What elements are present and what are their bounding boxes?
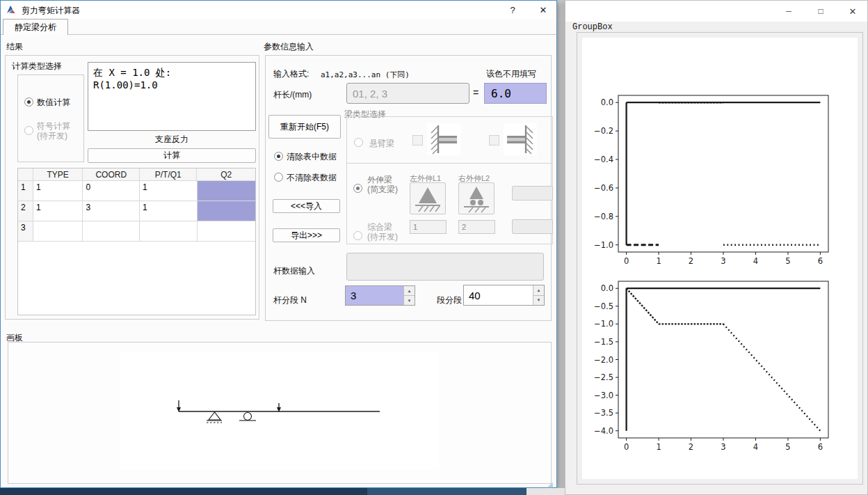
cell-type[interactable]: 1 bbox=[33, 181, 83, 201]
svg-text:6: 6 bbox=[818, 442, 823, 452]
groupbox-label: GroupBox bbox=[572, 22, 613, 32]
cell-ptq1[interactable]: 1 bbox=[140, 181, 198, 201]
cell-coord[interactable]: 0 bbox=[83, 181, 140, 201]
taskbar-edge[interactable] bbox=[367, 488, 527, 495]
svg-text:−1.5: −1.5 bbox=[594, 337, 613, 347]
roller-support-icon bbox=[459, 204, 494, 216]
support-reaction-label: 支座反力 bbox=[88, 134, 256, 146]
plot-close-button[interactable]: ✕ bbox=[837, 1, 868, 22]
svg-text:−2.0: −2.0 bbox=[594, 355, 613, 365]
col-header-ptq1[interactable]: P/T/Q1 bbox=[140, 168, 198, 181]
rod-length-input[interactable] bbox=[346, 83, 469, 104]
reaction-output[interactable]: 在 X = 1.0 处: R(1.00)=1.0 bbox=[88, 62, 256, 131]
l2-input[interactable] bbox=[458, 220, 495, 234]
row-number: 3 bbox=[18, 221, 33, 242]
results-group-label: 结果 bbox=[6, 41, 23, 53]
svg-text:−0.2: −0.2 bbox=[594, 126, 613, 136]
spin-up-icon[interactable]: ▲ bbox=[404, 286, 415, 296]
spin-up-icon[interactable]: ▲ bbox=[533, 285, 544, 296]
desktop: 剪力弯矩计算器 ? ✕ 静定梁分析 结果 计算类型选择 数值计算 符号计算 (待… bbox=[0, 0, 868, 495]
overhang-label-2: (简支梁) bbox=[367, 184, 398, 196]
numeric-calc-radio[interactable] bbox=[24, 97, 33, 107]
composite-label-2: (待开发) bbox=[367, 231, 398, 243]
cell-type[interactable]: 1 bbox=[33, 201, 83, 221]
spin-down-icon[interactable]: ▼ bbox=[533, 296, 544, 306]
n-spinbox[interactable]: 3 ▲ ▼ bbox=[345, 285, 415, 306]
fixed-left-checkbox[interactable] bbox=[412, 135, 423, 146]
taskbar-edge[interactable] bbox=[0, 488, 367, 495]
tab-static-beam-analysis[interactable]: 静定梁分析 bbox=[3, 19, 68, 35]
export-button[interactable]: 导出>>> bbox=[273, 228, 340, 242]
overhang-radio[interactable] bbox=[353, 184, 362, 193]
import-button[interactable]: <<<导入 bbox=[273, 199, 340, 213]
load-arrow-icon bbox=[177, 400, 181, 412]
svg-text:−3.0: −3.0 bbox=[594, 391, 613, 400]
cell-coord[interactable]: 3 bbox=[83, 201, 140, 221]
plot-titlebar[interactable]: ─ □ ✕ bbox=[565, 1, 867, 22]
row-number: 1 bbox=[18, 181, 33, 201]
svg-text:−3.5: −3.5 bbox=[594, 408, 613, 418]
col-header-coord[interactable]: COORD bbox=[83, 168, 140, 181]
table-header-row: TYPE COORD P/T/Q1 Q2 bbox=[18, 168, 255, 181]
rod-data-label: 杆数据输入 bbox=[273, 265, 315, 277]
maximize-button[interactable]: □ bbox=[805, 1, 837, 22]
svg-text:3: 3 bbox=[721, 442, 725, 452]
calculator-window: 剪力弯矩计算器 ? ✕ 静定梁分析 结果 计算类型选择 数值计算 符号计算 (待… bbox=[0, 0, 557, 488]
svg-text:6: 6 bbox=[818, 256, 823, 266]
composite-radio[interactable] bbox=[353, 231, 362, 240]
calculate-button[interactable]: 计算 bbox=[88, 148, 256, 163]
col-header-type[interactable]: TYPE bbox=[33, 168, 83, 181]
svg-text:−0.6: −0.6 bbox=[594, 183, 613, 193]
calculator-titlebar[interactable]: 剪力弯矩计算器 ? ✕ bbox=[1, 1, 556, 19]
calc-type-group bbox=[17, 74, 84, 162]
cantilever-radio[interactable] bbox=[354, 138, 363, 147]
svg-text:0: 0 bbox=[624, 442, 629, 452]
plot-window: ─ □ ✕ GroupBox 01234560.0−0.2−0.4−0.6−0.… bbox=[565, 0, 868, 495]
pinned-support-icon bbox=[207, 412, 222, 423]
pinned-support-icon bbox=[410, 204, 445, 216]
fixed-right-checkbox[interactable] bbox=[489, 135, 499, 146]
rod-data-input[interactable] bbox=[346, 253, 544, 281]
cell-q2[interactable] bbox=[198, 221, 255, 242]
restart-button[interactable]: 重新开始(F5) bbox=[268, 115, 341, 139]
cell-ptq1[interactable] bbox=[140, 221, 198, 242]
table-row: 3 bbox=[18, 221, 255, 242]
cell-type[interactable] bbox=[33, 221, 83, 242]
clipped-field-top[interactable] bbox=[512, 186, 553, 201]
svg-text:−0.5: −0.5 bbox=[594, 301, 613, 311]
pinned-support-button[interactable] bbox=[410, 182, 446, 214]
roller-support-button[interactable] bbox=[458, 182, 495, 214]
cell-q2[interactable] bbox=[198, 201, 255, 221]
svg-text:1: 1 bbox=[656, 442, 661, 452]
cell-ptq1[interactable]: 1 bbox=[140, 201, 198, 221]
col-header-q2[interactable]: Q2 bbox=[197, 168, 255, 181]
app-icon bbox=[6, 4, 17, 15]
symbolic-calc-radio[interactable] bbox=[24, 126, 33, 135]
svg-text:4: 4 bbox=[753, 442, 758, 452]
spin-down-icon[interactable]: ▼ bbox=[404, 296, 415, 305]
shear-chart: 01234560.0−0.2−0.4−0.6−0.8−1.0 bbox=[586, 87, 862, 272]
clear-table-label: 清除表中数据 bbox=[287, 151, 337, 163]
svg-text:−1.0: −1.0 bbox=[594, 240, 613, 250]
load-arrow-icon bbox=[277, 403, 281, 412]
clear-table-radio[interactable] bbox=[274, 152, 283, 161]
cantilever-label: 悬臂梁 bbox=[369, 138, 394, 150]
no-fill-hint: 该色不用填写 bbox=[486, 68, 536, 80]
cell-q2[interactable] bbox=[198, 181, 255, 201]
svg-text:−0.8: −0.8 bbox=[594, 212, 613, 221]
clipped-field-bottom[interactable] bbox=[512, 219, 553, 234]
fixed-right-beam-icon bbox=[504, 123, 537, 158]
help-button[interactable]: ? bbox=[496, 1, 529, 19]
keep-table-radio[interactable] bbox=[274, 173, 283, 182]
total-length-field[interactable]: 6.0 bbox=[484, 83, 547, 104]
k-value: 40 bbox=[464, 285, 533, 305]
minimize-button[interactable]: ─ bbox=[773, 1, 805, 22]
l1-input[interactable] bbox=[410, 220, 447, 234]
svg-text:5: 5 bbox=[785, 442, 790, 452]
svg-text:−4.0: −4.0 bbox=[594, 426, 613, 436]
cell-coord[interactable] bbox=[83, 221, 140, 242]
resize-grip[interactable]: ◢ bbox=[547, 480, 553, 488]
row-number: 2 bbox=[18, 201, 33, 221]
k-spinbox[interactable]: 40 ▲ ▼ bbox=[463, 285, 545, 306]
close-button[interactable]: ✕ bbox=[529, 1, 557, 19]
